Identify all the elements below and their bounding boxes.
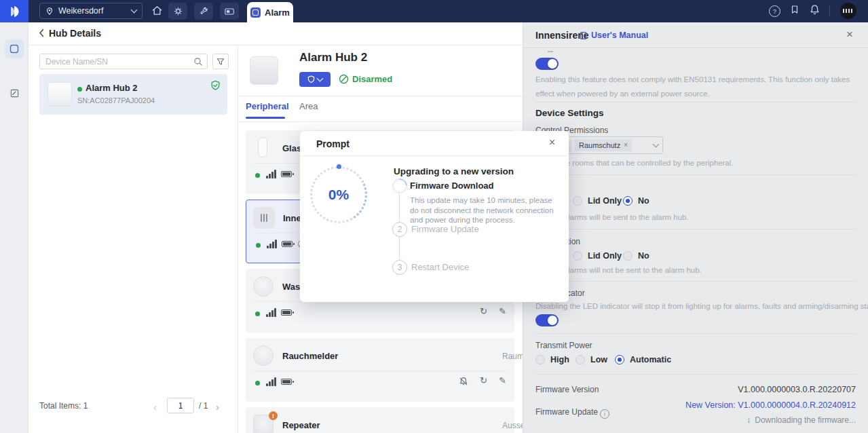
- devices-button[interactable]: [220, 3, 239, 20]
- step-1-description: This update may take 10 minutes, please …: [410, 195, 554, 225]
- step-2-number: 2: [392, 222, 407, 237]
- tab-area[interactable]: Area: [299, 101, 318, 111]
- header-divider: [238, 96, 523, 96]
- radio-icon: [535, 355, 545, 364]
- radio-option-lid-only[interactable]: Lid Only: [573, 251, 622, 261]
- room-label: Ausse...: [502, 421, 523, 430]
- site-selector[interactable]: Weikersdorf: [39, 3, 143, 19]
- download-icon: ↓: [747, 415, 751, 425]
- led-indicator-helper: Disabling the LED indicator will stop it…: [535, 302, 868, 310]
- close-icon[interactable]: ×: [846, 28, 853, 41]
- home-icon[interactable]: [151, 4, 164, 17]
- notifications-bell-icon[interactable]: [809, 4, 820, 16]
- section-divider: [535, 333, 856, 334]
- hub-name: Alarm Hub 2: [86, 83, 138, 93]
- signal-strength-icon: [266, 377, 276, 386]
- battery-icon: [281, 171, 292, 177]
- remove-tag-icon[interactable]: ×: [624, 142, 628, 149]
- brand-logo[interactable]: [0, 0, 29, 22]
- radio-label: High: [550, 355, 569, 364]
- radio-icon: [573, 196, 582, 206]
- help-icon[interactable]: ?: [769, 5, 780, 17]
- gear-icon: [173, 6, 183, 16]
- restart-icon[interactable]: ↻: [480, 307, 487, 316]
- room-label: Raums...: [502, 352, 523, 361]
- close-icon[interactable]: ×: [549, 136, 555, 149]
- peripheral-row-rauchmelder[interactable]: Rauchmelder Raums... ↻ ✎: [246, 338, 514, 402]
- active-tab-underline: [246, 117, 285, 119]
- hub-list-item[interactable]: Alarm Hub 2 SN:AC02877PAJ00204: [39, 74, 227, 115]
- device-card-icon: [224, 6, 235, 16]
- room-tag[interactable]: Raumschutz ×: [575, 139, 632, 151]
- radio-option-no[interactable]: No: [623, 196, 649, 206]
- app-screen: Weikersdorf Alarm ?: [0, 0, 868, 433]
- upgrade-prompt-dialog: Prompt × 0% Upgrading to a new version F…: [300, 131, 569, 302]
- restart-icon[interactable]: ↻: [480, 376, 487, 385]
- section-divider: [535, 281, 856, 282]
- online-status-dot: [255, 173, 260, 178]
- hub-title: Alarm Hub 2: [299, 51, 367, 64]
- en50131-toggle[interactable]: [535, 58, 559, 70]
- site-selector-value: Weikersdorf: [58, 6, 127, 16]
- device-settings-heading: Device Settings: [535, 108, 604, 118]
- online-status-dot: [255, 381, 260, 385]
- firmware-update-text: Firmware Update: [535, 407, 598, 417]
- location-pin-icon: [45, 7, 54, 16]
- pagination-prev-icon[interactable]: ‹: [153, 401, 157, 413]
- firmware-version-value: V1.000.0000003.0.R.20220707: [738, 385, 856, 394]
- page-number-input[interactable]: [167, 398, 194, 413]
- arm-mode-button[interactable]: [299, 72, 331, 87]
- chevron-down-icon: [317, 75, 324, 82]
- new-version-link[interactable]: New Version: V1.000.0000004.0.R.20240912: [685, 400, 856, 410]
- back-button[interactable]: [39, 29, 44, 37]
- signal-strength-icon: [266, 170, 276, 178]
- transmit-power-label: Transmit Power: [535, 341, 592, 350]
- radio-option-high[interactable]: High: [535, 355, 569, 364]
- step-3-label: Restart Device: [411, 262, 469, 272]
- section-divider: [535, 374, 856, 375]
- radio-option-automatic[interactable]: Automatic: [615, 355, 671, 364]
- edit-icon[interactable]: ✎: [499, 376, 506, 385]
- left-icon-rail: [0, 22, 29, 433]
- info-icon[interactable]: i: [600, 409, 609, 419]
- shield-icon: [307, 75, 315, 83]
- rail-hub-icon[interactable]: [5, 39, 24, 58]
- users-manual-label: User's Manual: [591, 31, 648, 40]
- tab-peripheral[interactable]: Peripheral: [246, 101, 289, 111]
- alarm-tab-icon: [250, 7, 261, 18]
- fault-badge-icon: !: [269, 411, 278, 420]
- search-icon[interactable]: [193, 57, 203, 67]
- edit-icon[interactable]: ✎: [499, 307, 506, 316]
- rail-log-icon[interactable]: [5, 83, 24, 102]
- radio-option-lid-only[interactable]: Lid Only: [573, 196, 622, 206]
- section-divider: [535, 174, 856, 175]
- glassbreak-sensor-thumbnail: [258, 137, 267, 157]
- wrench-icon: [199, 6, 209, 16]
- radio-label: Lid Only: [588, 196, 622, 206]
- radio-option-low[interactable]: Low: [575, 355, 607, 364]
- radio-option-no[interactable]: No: [623, 251, 649, 261]
- users-manual-link[interactable]: User's Manual: [579, 31, 648, 40]
- user-avatar[interactable]: [840, 3, 856, 19]
- siren-thumbnail: [253, 207, 275, 229]
- tools-button[interactable]: [194, 3, 213, 20]
- top-navigation-bar: Weikersdorf Alarm ?: [0, 0, 868, 22]
- pagination-next-icon[interactable]: ›: [216, 401, 219, 413]
- hub-thumbnail: [48, 82, 72, 107]
- page-title: Hub Details: [49, 28, 101, 39]
- water-sensor-thumbnail: [253, 276, 273, 297]
- tab-alarm[interactable]: Alarm: [247, 2, 293, 22]
- dialog-header-divider: [300, 155, 569, 156]
- chevron-down-icon: [653, 141, 660, 148]
- peripheral-row-repeater[interactable]: ! Repeater Ausse...: [246, 407, 514, 433]
- led-indicator-toggle[interactable]: [535, 314, 559, 326]
- page-total-label: / 1: [199, 401, 208, 411]
- device-list-panel: Alarm Hub 2 SN:AC02877PAJ00204 Total Ite…: [29, 45, 238, 433]
- upgrade-heading: Upgrading to a new version: [394, 166, 514, 176]
- services-button[interactable]: [168, 3, 187, 20]
- filter-button[interactable]: [212, 54, 229, 69]
- hub-image: [250, 56, 278, 85]
- license-tag-icon[interactable]: [789, 4, 800, 16]
- bell-muted-icon[interactable]: [459, 377, 468, 386]
- search-input[interactable]: [40, 54, 207, 69]
